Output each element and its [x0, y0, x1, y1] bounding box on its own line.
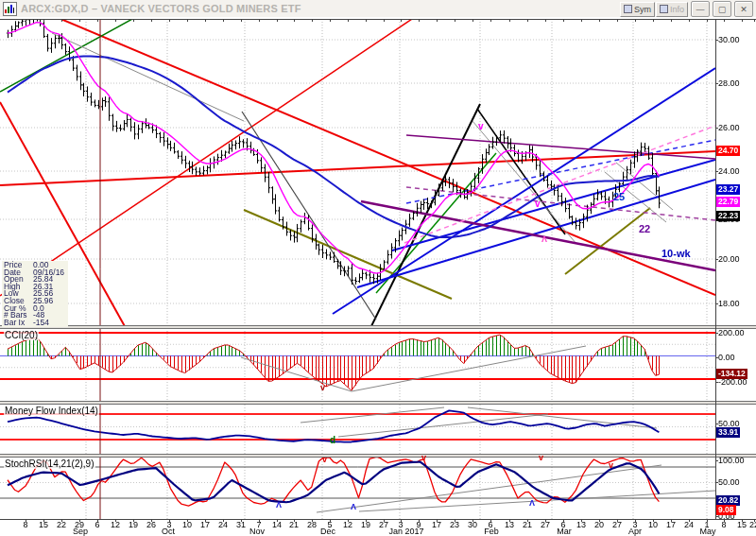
- title-bar[interactable]: ARCX:GDX,D – VANECK VECTORS GOLD MINERS …: [0, 0, 756, 17]
- qcharts-window: ARCX:GDX,D – VANECK VECTORS GOLD MINERS …: [0, 0, 756, 536]
- chart-canvas[interactable]: [0, 0, 756, 536]
- restore-button[interactable]: ▢: [713, 1, 731, 17]
- info-button[interactable]: Info: [656, 2, 688, 17]
- close-button[interactable]: ✕: [734, 1, 753, 17]
- sym-button-icon: [624, 5, 632, 13]
- window-title: ARCX:GDX,D – VANECK VECTORS GOLD MINERS …: [21, 3, 301, 14]
- info-row: Bar Ix-154: [4, 320, 66, 327]
- app-icon: [3, 2, 17, 16]
- info-button-icon: [660, 5, 668, 13]
- sym-button[interactable]: Sym: [620, 2, 655, 17]
- cursor-info-box: Price0.00Date09/16/16Open25.84High26.31L…: [2, 261, 68, 327]
- minimize-button[interactable]: —: [691, 1, 710, 17]
- info-value: -154: [33, 320, 66, 327]
- info-key: Bar Ix: [4, 320, 33, 327]
